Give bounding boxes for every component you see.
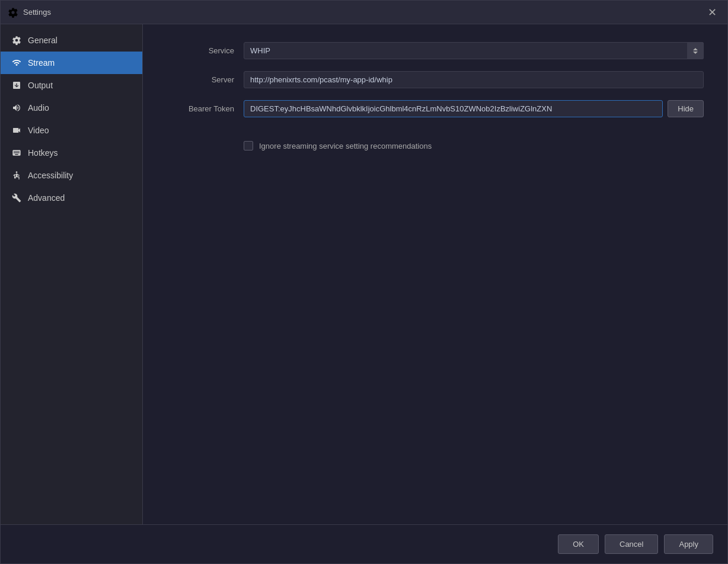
sidebar-label-stream: Stream xyxy=(28,58,55,68)
sidebar: General Stream Output xyxy=(1,24,143,524)
apply-button[interactable]: Apply xyxy=(664,534,713,554)
ignore-recommendations-checkbox[interactable] xyxy=(244,141,253,150)
checkbox-row: Ignore streaming service setting recomme… xyxy=(167,141,704,150)
sidebar-label-audio: Audio xyxy=(28,103,49,113)
sidebar-label-accessibility: Accessibility xyxy=(28,171,73,180)
advanced-icon xyxy=(11,193,22,203)
server-row: Server xyxy=(167,71,704,88)
sidebar-label-advanced: Advanced xyxy=(28,193,65,203)
titlebar: Settings ✕ xyxy=(1,1,727,24)
content-area: General Stream Output xyxy=(1,24,727,524)
footer: OK Cancel Apply xyxy=(1,524,727,563)
app-icon xyxy=(8,7,18,18)
sidebar-item-advanced[interactable]: Advanced xyxy=(1,187,142,209)
bearer-token-input[interactable] xyxy=(244,100,663,117)
sidebar-item-video[interactable]: Video xyxy=(1,119,142,142)
accessibility-icon xyxy=(11,170,22,181)
stream-icon xyxy=(11,57,22,68)
server-label: Server xyxy=(167,75,244,84)
hotkeys-icon xyxy=(11,148,22,158)
sidebar-item-output[interactable]: Output xyxy=(1,74,142,97)
cancel-button[interactable]: Cancel xyxy=(605,534,658,554)
titlebar-left: Settings xyxy=(8,7,51,18)
sidebar-item-accessibility[interactable]: Accessibility xyxy=(1,164,142,187)
sidebar-label-general: General xyxy=(28,36,58,45)
ok-button[interactable]: OK xyxy=(558,534,599,554)
hide-button[interactable]: Hide xyxy=(668,100,704,117)
window-title: Settings xyxy=(23,8,51,17)
main-panel: Service WHIP Server Bearer Toke xyxy=(143,24,727,524)
service-label: Service xyxy=(167,46,244,55)
sidebar-item-audio[interactable]: Audio xyxy=(1,97,142,119)
bearer-token-label: Bearer Token xyxy=(167,104,244,113)
sidebar-item-hotkeys[interactable]: Hotkeys xyxy=(1,142,142,164)
gear-icon xyxy=(11,35,22,46)
service-row: Service WHIP xyxy=(167,42,704,59)
ignore-recommendations-label: Ignore streaming service setting recomme… xyxy=(259,142,432,150)
sidebar-label-hotkeys: Hotkeys xyxy=(28,148,58,158)
bearer-token-row: Bearer Token Hide xyxy=(167,100,704,117)
service-select[interactable]: WHIP xyxy=(244,42,704,59)
settings-window: Settings ✕ General Stream xyxy=(0,0,728,564)
sidebar-label-video: Video xyxy=(28,126,49,135)
sidebar-item-stream[interactable]: Stream xyxy=(1,52,142,74)
bearer-token-wrapper: Hide xyxy=(244,100,704,117)
server-input[interactable] xyxy=(244,71,704,88)
service-select-wrapper: WHIP xyxy=(244,42,704,59)
video-icon xyxy=(11,125,22,136)
sidebar-label-output: Output xyxy=(28,81,53,90)
svg-point-0 xyxy=(16,171,18,173)
sidebar-item-general[interactable]: General xyxy=(1,29,142,52)
ignore-recommendations-checkbox-wrapper[interactable]: Ignore streaming service setting recomme… xyxy=(244,141,432,150)
audio-icon xyxy=(11,102,22,113)
output-icon xyxy=(11,80,22,91)
close-button[interactable]: ✕ xyxy=(704,6,720,19)
